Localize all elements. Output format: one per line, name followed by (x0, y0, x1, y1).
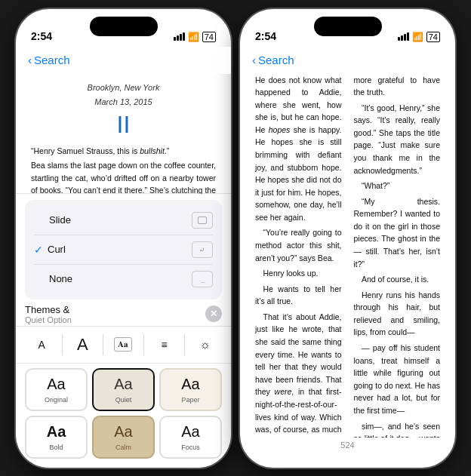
back-label-right: Search (258, 54, 294, 66)
nav-bar-right: ‹ Search (240, 47, 455, 74)
right-para-8: “It’s good, Henry,” she says. “It’s real… (354, 102, 441, 177)
book-location: Brooklyn, New York (31, 81, 216, 94)
curl-icon: ⤾ (192, 241, 213, 258)
theme-paper-aa: Aa (181, 376, 199, 393)
theme-original-label: Original (45, 396, 68, 404)
page-number-bar: 524 (240, 441, 455, 450)
book-content-right: He does not know what happened to Addie,… (240, 74, 455, 438)
typo-divider-1 (62, 334, 63, 355)
themes-title-row: Themes & Quiet Option (25, 304, 72, 324)
scroll-option-none-label: None (49, 273, 72, 284)
right-para-13: — pay off his student loans, treat himse… (354, 342, 441, 416)
right-para-3: He wants to tell her it’s all true. (255, 283, 342, 308)
book-date: March 13, 2015 (31, 96, 216, 109)
quiet-option-label: Quiet Option (25, 315, 72, 324)
book-para-0: “Henry Samuel Strauss, this is bullshit.… (31, 145, 216, 157)
bottom-panel: Slide ✓ Curl ⤾ (16, 194, 231, 468)
back-button-right[interactable]: ‹ Search (252, 54, 294, 66)
left-phone: 2:54 📶 74 ‹ Search Brooklyn, New York (16, 9, 231, 468)
curl-checkmark: ✓ (34, 244, 43, 256)
right-para-11: And of course, it is. (354, 273, 441, 286)
battery-icon-right: 74 (426, 32, 440, 42)
status-time-right: 2:54 (255, 30, 276, 42)
status-time-left: 2:54 (31, 30, 52, 42)
theme-quiet-aa: Aa (114, 376, 132, 393)
theme-bold-aa: Aa (47, 423, 66, 441)
scroll-option-slide-label: Slide (49, 214, 71, 226)
wifi-icon-right: 📶 (412, 32, 423, 42)
right-phone: 2:54 📶 74 ‹ Search He does not know wha (240, 9, 455, 468)
theme-paper-label: Paper (181, 396, 199, 404)
typography-row: A A 𝐀𝐚 ≡ ☼ (16, 326, 231, 364)
status-icons-right: 📶 74 (398, 32, 440, 42)
status-icons-left: 📶 74 (174, 32, 216, 42)
dynamic-island-right (314, 17, 382, 36)
right-para-2: Henry looks up. (255, 267, 342, 280)
nav-bar-left: ‹ Search (16, 47, 231, 74)
scroll-option-curl[interactable]: ✓ Curl ⤾ (34, 235, 213, 265)
theme-calm-label: Calm (115, 444, 131, 451)
scroll-picker: Slide ✓ Curl ⤾ (25, 200, 222, 299)
theme-bold-label: Bold (49, 444, 63, 451)
theme-focus-card[interactable]: Aa Focus (159, 416, 222, 459)
themes-title: Themes & (25, 304, 72, 315)
battery-icon: 74 (202, 32, 216, 42)
theme-paper-card[interactable]: Aa Paper (159, 368, 222, 411)
phones-container: 2:54 📶 74 ‹ Search Brooklyn, New York (16, 9, 455, 468)
page-number: 524 (340, 441, 354, 450)
slide-icon (192, 212, 213, 229)
theme-original-card[interactable]: Aa Original (25, 368, 88, 411)
font-select-button[interactable]: 𝐀𝐚 (109, 331, 137, 358)
back-arrow-icon-right: ‹ (252, 54, 256, 66)
font-icon: 𝐀𝐚 (114, 337, 132, 352)
increase-font-button[interactable]: A (69, 331, 96, 358)
book-chapter: II (31, 110, 216, 139)
theme-calm-aa: Aa (114, 423, 132, 441)
theme-focus-label: Focus (181, 444, 200, 451)
theme-calm-card[interactable]: Aa Calm (92, 416, 155, 459)
scroll-option-none[interactable]: None ⎯ (34, 265, 213, 293)
back-label-left: Search (34, 54, 70, 66)
brightness-button[interactable]: ☼ (192, 331, 219, 358)
signal-icon-right (398, 32, 409, 41)
right-para-0: He does not know what happened to Addie,… (255, 74, 342, 224)
wifi-icon: 📶 (188, 32, 199, 42)
small-a-label: A (38, 339, 45, 351)
align-button[interactable]: ≡ (151, 331, 178, 358)
right-para-9: “What?” (354, 180, 441, 192)
close-button[interactable]: ✕ (205, 306, 222, 322)
right-para-12: Henry runs his hands through his hair, b… (354, 289, 441, 339)
right-para-1: “You’re really going to method actor thi… (255, 226, 342, 264)
typo-divider-3 (143, 334, 144, 355)
right-para-4: That it’s about Addie, just like he wrot… (255, 311, 342, 438)
back-button-left[interactable]: ‹ Search (28, 54, 70, 66)
theme-bold-card[interactable]: Aa Bold (25, 416, 88, 459)
theme-quiet-label: Quiet (115, 396, 132, 404)
brightness-icon: ☼ (199, 338, 211, 352)
scroll-option-slide[interactable]: Slide (34, 206, 213, 235)
none-icon: ⎯ (192, 271, 213, 287)
back-arrow-icon: ‹ (28, 54, 32, 66)
align-icon: ≡ (161, 339, 167, 351)
right-para-10: “My thesis. Remember? I wanted to do it … (354, 195, 441, 270)
signal-icon (174, 32, 185, 41)
decrease-font-button[interactable]: A (28, 331, 55, 358)
dynamic-island-left (90, 17, 158, 36)
typo-divider-2 (103, 334, 103, 355)
theme-focus-aa: Aa (181, 423, 199, 441)
theme-quiet-card[interactable]: Aa Quiet (92, 368, 155, 411)
themes-header: Themes & Quiet Option ✕ (16, 299, 231, 326)
scroll-option-curl-label: Curl (48, 244, 66, 255)
large-a-label: A (77, 335, 88, 355)
right-para-14: sim—, and he’s seen so little of it deg—… (354, 420, 441, 438)
theme-original-aa: Aa (47, 376, 65, 393)
typo-divider-4 (184, 334, 185, 355)
theme-grid: Aa Original Aa Quiet Aa Paper Aa Bold Aa (16, 364, 231, 468)
